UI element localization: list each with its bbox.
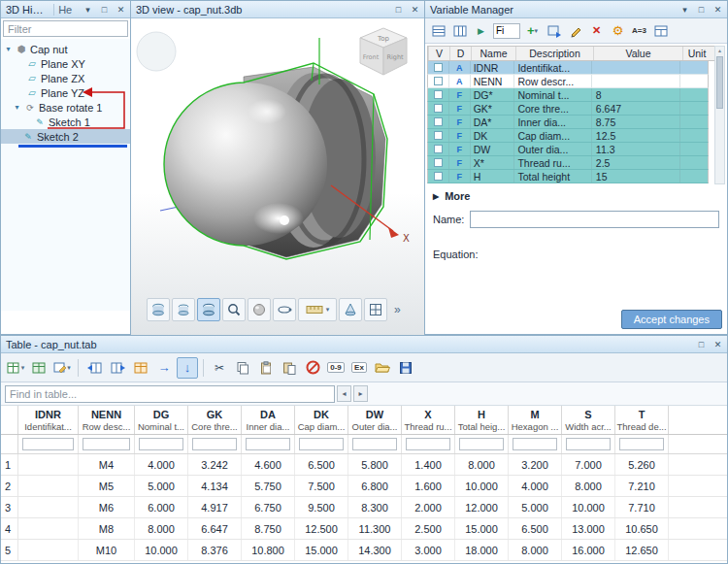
delete-variable-button[interactable]: ✕: [587, 21, 606, 41]
cell[interactable]: 7.000: [562, 454, 615, 475]
column-filter-input[interactable]: [406, 438, 450, 450]
cell[interactable]: 5.750: [242, 476, 295, 496]
column-header[interactable]: DA Inner dia...: [242, 406, 295, 434]
orbit-button[interactable]: [273, 298, 296, 321]
tree-item-cap-nut[interactable]: ▾ ⬢ Cap nut: [1, 42, 130, 56]
tree-item-plane-xy[interactable]: ▱ Plane XY: [1, 56, 130, 71]
close-button[interactable]: ✕: [711, 5, 724, 15]
formula-display-button[interactable]: A=3: [630, 21, 648, 41]
settings-gear-button[interactable]: ⚙: [609, 21, 627, 41]
tree-item-base-rotate-1[interactable]: ▾ ⟳ Base rotate 1: [1, 100, 130, 115]
panel-menu-button[interactable]: ▾: [82, 5, 94, 15]
column-filter-input[interactable]: [192, 438, 237, 450]
find-previous-button[interactable]: ◂: [337, 385, 351, 402]
column-filter-input[interactable]: [352, 438, 397, 450]
variable-unit[interactable]: [680, 143, 708, 155]
variable-value[interactable]: 2.5: [592, 156, 680, 169]
tree-item-plane-yz[interactable]: ▱ Plane YZ: [1, 85, 130, 100]
variable-row[interactable]: F H Total height 15: [427, 170, 709, 183]
column-header[interactable]: S Width acr...: [562, 406, 615, 434]
primitive-tool-button[interactable]: [197, 298, 220, 321]
variable-unit[interactable]: [680, 102, 708, 115]
visibility-checkbox[interactable]: [434, 172, 443, 181]
extrude-tool-button[interactable]: [147, 298, 170, 321]
apply-variables-button[interactable]: ▶: [472, 21, 490, 41]
cell[interactable]: 8.000: [455, 454, 509, 475]
visibility-checkbox[interactable]: [434, 131, 443, 140]
insert-column-right-button[interactable]: [107, 357, 128, 379]
variable-name[interactable]: DG*: [471, 88, 515, 101]
edit-variable-button[interactable]: [566, 21, 584, 41]
variable-description[interactable]: Outer dia...: [514, 143, 591, 155]
cell[interactable]: 6.800: [348, 476, 402, 496]
table-row[interactable]: 3 M6 6.000 4.917 6.750 9.500 8.300 2.000…: [1, 497, 727, 518]
column-header[interactable]: H Total heig...: [455, 406, 509, 434]
variable-name[interactable]: H: [471, 170, 515, 182]
copy-button[interactable]: [232, 357, 253, 379]
cell[interactable]: 10.800: [242, 540, 295, 560]
vm-column-header[interactable]: V: [429, 47, 450, 60]
apply-row-button[interactable]: →: [153, 357, 175, 379]
variable-value[interactable]: 12.5: [592, 129, 680, 142]
cell[interactable]: 11.300: [348, 518, 402, 539]
cell[interactable]: [18, 540, 79, 560]
cell[interactable]: 6.500: [295, 454, 348, 475]
variable-unit[interactable]: [680, 170, 708, 182]
cell[interactable]: 10.000: [135, 540, 188, 560]
row-number[interactable]: 1: [1, 454, 18, 475]
column-filter-input[interactable]: [139, 438, 183, 450]
column-filter-input[interactable]: [566, 438, 611, 450]
accept-changes-button[interactable]: Accept changes: [621, 310, 722, 329]
close-button[interactable]: ✕: [711, 340, 724, 349]
visibility-checkbox[interactable]: [434, 63, 443, 72]
vm-column-header[interactable]: Value: [594, 47, 683, 60]
cell[interactable]: [18, 454, 79, 475]
cell[interactable]: 7.210: [615, 476, 669, 496]
variable-name[interactable]: DW: [471, 143, 515, 155]
paste-append-button[interactable]: [279, 357, 300, 379]
table-row[interactable]: 5 M10 10.000 8.376 10.800 15.000 14.300 …: [1, 540, 727, 561]
variable-name[interactable]: GK*: [471, 102, 515, 115]
cell[interactable]: [18, 518, 79, 539]
column-header[interactable]: DW Outer dia...: [348, 406, 402, 434]
visibility-checkbox[interactable]: [434, 145, 443, 153]
column-filter-input[interactable]: [459, 438, 504, 450]
variable-description[interactable]: Inner dia...: [514, 116, 591, 128]
cell[interactable]: 4.917: [188, 497, 242, 517]
tree-item-sketch-2[interactable]: ✎ Sketch 2: [1, 129, 130, 144]
variable-name[interactable]: NENN: [471, 75, 515, 87]
visibility-checkbox[interactable]: [434, 104, 443, 113]
table-row[interactable]: 1 M4 4.000 3.242 4.600 6.500 5.800 1.400…: [1, 454, 727, 476]
variable-row[interactable]: F X* Thread ru... 2.5: [427, 156, 709, 170]
row-number[interactable]: 4: [1, 518, 18, 539]
table-link-button[interactable]: [651, 21, 670, 41]
cell[interactable]: 3.200: [509, 454, 562, 475]
shading-button[interactable]: [248, 298, 271, 321]
variable-name[interactable]: X*: [471, 156, 515, 169]
variable-unit[interactable]: [680, 75, 708, 87]
maximize-button[interactable]: □: [695, 340, 708, 349]
maximize-button[interactable]: □: [98, 5, 111, 15]
variable-unit[interactable]: [680, 156, 708, 169]
cut-button[interactable]: ✂: [209, 357, 230, 379]
collapse-caret-icon[interactable]: ▾: [4, 45, 13, 53]
column-header[interactable]: M Hexagon ...: [509, 406, 562, 434]
variable-value[interactable]: [592, 75, 680, 87]
vm-scrollbar[interactable]: ▴: [714, 46, 725, 184]
variable-row[interactable]: F DG* Nominal t... 8: [427, 88, 709, 102]
insert-column-left-button[interactable]: [83, 357, 105, 379]
cell[interactable]: 6.647: [188, 518, 242, 539]
table-view-button[interactable]: [28, 357, 50, 379]
maximize-button[interactable]: □: [392, 5, 405, 15]
history-filter-input[interactable]: [3, 20, 128, 37]
view-list-button[interactable]: [429, 21, 447, 41]
cell[interactable]: 6.500: [509, 518, 562, 539]
cell[interactable]: 5.260: [615, 454, 669, 475]
cell[interactable]: 14.300: [348, 540, 402, 560]
history-panel-tab-truncated[interactable]: He: [53, 4, 74, 16]
cell[interactable]: 10.000: [455, 476, 509, 496]
close-button[interactable]: ✕: [115, 5, 127, 15]
variable-value[interactable]: 6.647: [592, 102, 680, 115]
variable-unit[interactable]: [680, 61, 708, 74]
variable-value[interactable]: 11.3: [592, 143, 680, 155]
